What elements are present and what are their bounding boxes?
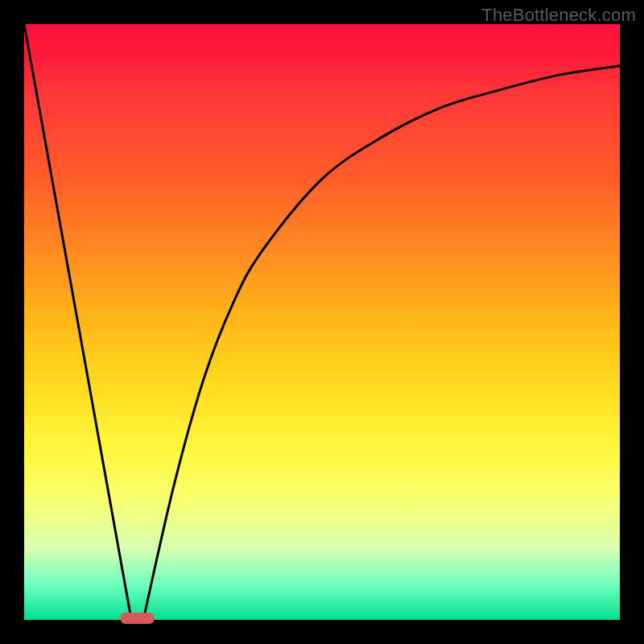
curve-left-branch xyxy=(24,24,131,620)
chart-frame: TheBottleneck.com xyxy=(0,0,644,644)
chart-svg xyxy=(24,24,620,620)
curve-right-branch xyxy=(143,66,620,620)
min-marker xyxy=(121,613,155,624)
plot-area xyxy=(24,24,620,620)
watermark-text: TheBottleneck.com xyxy=(481,5,636,26)
